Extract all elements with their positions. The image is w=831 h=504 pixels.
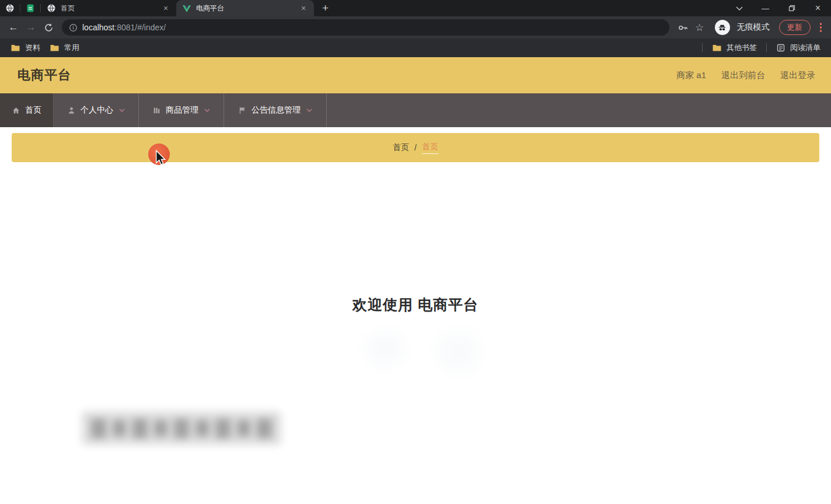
bookmark-separator: [702, 43, 703, 52]
browser-titlebar: 首页 × 电商平台 × + — ×: [0, 0, 831, 16]
key-icon[interactable]: [676, 20, 690, 34]
nav-label: 商品管理: [166, 105, 198, 116]
flag-icon: [238, 106, 247, 115]
nav-item-personal-center[interactable]: 个人中心: [54, 93, 139, 127]
breadcrumb-home-link[interactable]: 首页: [393, 142, 409, 153]
nav-label: 首页: [25, 105, 41, 116]
other-bookmarks-label: 其他书签: [727, 43, 757, 53]
tab-title: 首页: [61, 4, 156, 13]
reading-list-label: 阅读清单: [790, 43, 820, 53]
info-icon[interactable]: [69, 23, 78, 32]
new-tab-button[interactable]: +: [322, 2, 329, 15]
restore-button[interactable]: [778, 0, 805, 16]
nav-item-home[interactable]: 首页: [0, 93, 54, 127]
minimize-button[interactable]: —: [752, 0, 778, 16]
browser-tab-home[interactable]: 首页 ×: [41, 0, 176, 16]
app-header: 电商平台 商家 a1 退出到前台 退出登录: [0, 57, 831, 93]
close-icon[interactable]: ×: [161, 4, 170, 13]
bookmark-label: 常用: [64, 43, 79, 53]
blurred-watermark-text: [82, 411, 281, 445]
browser-toolbar: ← → localhost:8081/#/index/ ☆ 无痕模式 更新: [0, 16, 831, 38]
folder-icon: [11, 44, 20, 52]
folder-icon: [50, 44, 60, 52]
app-title: 电商平台: [18, 66, 71, 84]
reading-list-icon: [776, 43, 785, 52]
update-button[interactable]: 更新: [779, 20, 811, 35]
bookmark-label: 资料: [25, 43, 40, 53]
globe-icon: [47, 4, 56, 13]
exit-to-front-link[interactable]: 退出到前台: [721, 70, 765, 81]
nav-item-announcement-management[interactable]: 公告信息管理: [224, 93, 327, 127]
browser-tab-shop[interactable]: 电商平台 ×: [176, 0, 314, 16]
incognito-icon: [715, 20, 730, 35]
tab-title: 电商平台: [196, 4, 294, 13]
faded-watermark-shape: [426, 320, 490, 384]
close-icon[interactable]: ×: [299, 4, 308, 13]
chevron-down-icon: [119, 108, 125, 112]
page-content: 首页 / 首页 欢迎使用 电商平台: [0, 127, 831, 504]
chevron-down-icon: [204, 108, 210, 112]
merchant-user-label: 商家 a1: [676, 70, 706, 81]
forward-button[interactable]: →: [23, 20, 39, 35]
breadcrumb-current: 首页: [422, 142, 438, 154]
window-controls: — ×: [726, 0, 831, 16]
spreadsheet-icon: [26, 4, 35, 13]
main-nav: 首页 个人中心 商品管理 公告信息管理: [0, 93, 831, 127]
bookmarks-bar: 资料 常用 其他书签 阅读清单: [0, 38, 831, 57]
pinned-tab-sheet[interactable]: [20, 0, 40, 16]
nav-label: 个人中心: [81, 105, 113, 116]
faded-watermark-shape: [356, 323, 414, 375]
pinned-tab-globe[interactable]: [0, 0, 20, 16]
window-close-button[interactable]: ×: [805, 0, 831, 16]
other-bookmarks-folder[interactable]: 其他书签: [707, 41, 762, 55]
breadcrumb: 首页 / 首页: [12, 133, 819, 162]
user-icon: [67, 106, 76, 115]
chevron-down-icon: [306, 108, 312, 112]
bookmark-folder-changyong[interactable]: 常用: [45, 41, 84, 55]
url-path: :8081/#/index/: [114, 23, 166, 32]
bars-icon: [152, 106, 161, 115]
vue-icon: [182, 4, 191, 13]
welcome-heading: 欢迎使用 电商平台: [0, 295, 831, 314]
reading-list-button[interactable]: 阅读清单: [771, 41, 825, 55]
bookmark-star-icon[interactable]: ☆: [693, 20, 707, 34]
address-bar[interactable]: localhost:8081/#/index/: [62, 19, 669, 36]
bookmark-folder-ziliao[interactable]: 资料: [6, 41, 45, 55]
bookmark-separator: [766, 43, 767, 52]
browser-menu-icon[interactable]: [816, 20, 826, 34]
incognito-label: 无痕模式: [737, 22, 770, 33]
url-text: localhost:8081/#/index/: [82, 23, 166, 32]
url-host: localhost: [82, 23, 114, 32]
folder-icon: [712, 44, 722, 52]
bookmarks-right-group: 其他书签 阅读清单: [697, 41, 825, 55]
logout-link[interactable]: 退出登录: [780, 70, 815, 81]
back-button[interactable]: ←: [6, 20, 21, 35]
globe-icon: [5, 4, 15, 13]
nav-label: 公告信息管理: [252, 105, 301, 116]
reload-button[interactable]: [41, 20, 56, 35]
home-icon: [12, 106, 20, 115]
nav-item-product-management[interactable]: 商品管理: [139, 93, 224, 127]
tab-search-chevron-icon[interactable]: [726, 0, 752, 16]
header-links: 商家 a1 退出到前台 退出登录: [676, 70, 815, 81]
breadcrumb-separator: /: [414, 143, 417, 152]
